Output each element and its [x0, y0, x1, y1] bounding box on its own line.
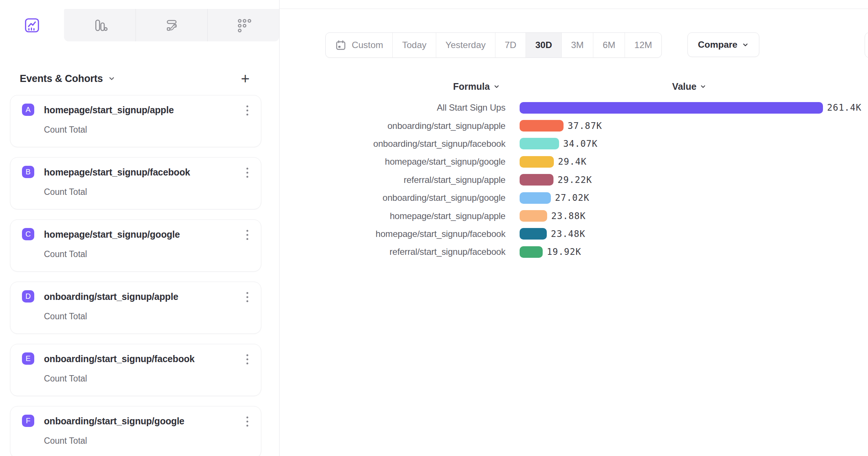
chart-row-label: onboarding/start_signup/facebook: [335, 139, 505, 149]
event-card[interactable]: C homepage/start_signup/google Count Tot…: [10, 219, 261, 272]
chart-bar[interactable]: [520, 192, 551, 204]
chart-row-label: referral/start_signup/facebook: [335, 247, 505, 257]
date-range-option[interactable]: Today: [392, 33, 435, 57]
chart-row-label: referral/start_signup/apple: [335, 175, 505, 185]
date-range-picker: Custom Today Yesterday 7D 30D 3M 6M 12M: [325, 32, 662, 58]
value-header-label: Value: [672, 81, 696, 92]
chart-bar-value: 37.87K: [568, 121, 602, 131]
date-range-option[interactable]: Yesterday: [436, 33, 495, 57]
chart-bar-value: 23.48K: [551, 229, 585, 239]
chart-row-label: onboarding/start_signup/google: [335, 193, 505, 203]
chart-bar-value: 29.22K: [558, 175, 592, 185]
tab-retention[interactable]: [207, 9, 279, 41]
kebab-menu-icon[interactable]: [243, 351, 252, 367]
chart-bar[interactable]: [520, 156, 554, 168]
compare-label: Compare: [698, 39, 737, 50]
date-range-option[interactable]: 12M: [625, 33, 661, 57]
chart-row: homepage/start_signup/google 29.4K: [335, 153, 868, 171]
kebab-menu-icon[interactable]: [243, 414, 252, 429]
kebab-menu-icon[interactable]: [243, 165, 252, 180]
chart-bar-value: 34.07K: [563, 139, 598, 149]
chevron-down-icon: [742, 41, 749, 48]
chart-bar[interactable]: [520, 138, 559, 149]
chart-bar[interactable]: [520, 102, 823, 114]
calendar-icon: [335, 39, 347, 51]
date-range-label: Yesterday: [446, 40, 486, 50]
chevron-down-icon: [108, 75, 115, 82]
chart-bar-value: 261.4K: [827, 102, 862, 113]
chart-row: referral/start_signup/apple 29.22K: [335, 171, 868, 189]
chart-row: All Start Sign Ups 261.4K: [335, 99, 868, 117]
formula-column-header[interactable]: Formula: [453, 81, 500, 92]
events-cohorts-header[interactable]: Events & Cohorts: [20, 70, 115, 87]
event-card[interactable]: D onboarding/start_signup/apple Count To…: [10, 282, 261, 334]
chart-bar[interactable]: [520, 120, 564, 132]
event-name: onboarding/start_signup/apple: [44, 291, 178, 302]
compare-button[interactable]: Compare: [687, 32, 759, 57]
event-card[interactable]: F onboarding/start_signup/google Count T…: [10, 406, 261, 456]
event-metric[interactable]: Count Total: [44, 187, 87, 197]
events-cohorts-title: Events & Cohorts: [20, 73, 103, 85]
event-metric[interactable]: Count Total: [44, 311, 87, 322]
event-metric[interactable]: Count Total: [44, 125, 87, 135]
event-name: onboarding/start_signup/google: [44, 416, 184, 427]
add-event-button[interactable]: +: [237, 70, 254, 87]
date-range-label: Today: [402, 40, 426, 50]
insights-app: Events & Cohorts + A homepage/start_sign…: [0, 0, 868, 456]
chart-row: referral/start_signup/facebook 19.92K: [335, 243, 868, 261]
tab-insights-active[interactable]: [0, 9, 64, 41]
partial-button[interactable]: [865, 32, 868, 58]
date-range-label: 30D: [535, 40, 552, 50]
date-range-option[interactable]: 7D: [495, 33, 526, 57]
date-range-option[interactable]: 30D: [526, 33, 561, 57]
event-name: homepage/start_signup/google: [44, 229, 180, 240]
chart-row: onboarding/start_signup/apple 37.87K: [335, 117, 868, 134]
date-range-label: 12M: [634, 40, 652, 50]
event-letter-badge: E: [22, 352, 34, 365]
kebab-menu-icon[interactable]: [243, 289, 252, 305]
kebab-menu-icon[interactable]: [243, 227, 252, 243]
insights-line-chart-icon: [23, 17, 41, 34]
chevron-down-icon: [700, 83, 706, 90]
chart-type-tabbar: [0, 9, 279, 41]
bar-chart: All Start Sign Ups 261.4K onboarding/sta…: [335, 99, 868, 261]
event-name: homepage/start_signup/facebook: [44, 167, 190, 178]
event-letter-badge: B: [22, 166, 34, 178]
chart-bar-value: 27.02K: [555, 193, 590, 203]
chart-row: onboarding/start_signup/google 27.02K: [335, 189, 868, 207]
event-metric[interactable]: Count Total: [44, 436, 87, 446]
chart-bar[interactable]: [520, 246, 543, 258]
event-card[interactable]: B homepage/start_signup/facebook Count T…: [10, 157, 261, 209]
chart-row-label: onboarding/start_signup/apple: [335, 121, 505, 131]
chart-row-label: homepage/start_signup/google: [335, 156, 505, 167]
tab-bar-chart[interactable]: [64, 9, 135, 41]
query-sidebar: Events & Cohorts + A homepage/start_sign…: [0, 0, 280, 456]
date-range-option[interactable]: 3M: [561, 33, 593, 57]
chart-row-label: homepage/start_signup/facebook: [335, 229, 505, 239]
event-card[interactable]: A homepage/start_signup/apple Count Tota…: [10, 95, 261, 147]
event-name: homepage/start_signup/apple: [44, 105, 174, 115]
chart-bar[interactable]: [520, 228, 547, 240]
chart-bar[interactable]: [520, 174, 553, 186]
date-range-option[interactable]: Custom: [326, 33, 392, 57]
date-range-label: Custom: [352, 40, 383, 50]
chart-row: onboarding/start_signup/facebook 34.07K: [335, 135, 868, 153]
event-letter-badge: A: [22, 104, 34, 116]
tab-flows[interactable]: [135, 9, 207, 41]
chart-bar[interactable]: [520, 210, 547, 222]
chart-row-label: All Start Sign Ups: [335, 102, 505, 113]
event-letter-badge: D: [22, 290, 34, 303]
event-card[interactable]: E onboarding/start_signup/facebook Count…: [10, 344, 261, 396]
chart-row: homepage/start_signup/apple 23.88K: [335, 207, 868, 225]
inactive-tabs-group: [64, 9, 279, 41]
date-range-option[interactable]: 6M: [593, 33, 625, 57]
event-name: onboarding/start_signup/facebook: [44, 354, 195, 364]
value-column-header[interactable]: Value: [672, 81, 706, 92]
chart-row-label: homepage/start_signup/apple: [335, 211, 505, 221]
kebab-menu-icon[interactable]: [243, 102, 252, 118]
event-letter-badge: F: [22, 415, 34, 427]
date-range-label: 6M: [603, 40, 615, 50]
event-letter-badge: C: [22, 228, 34, 240]
event-metric[interactable]: Count Total: [44, 374, 87, 384]
event-metric[interactable]: Count Total: [44, 249, 87, 259]
